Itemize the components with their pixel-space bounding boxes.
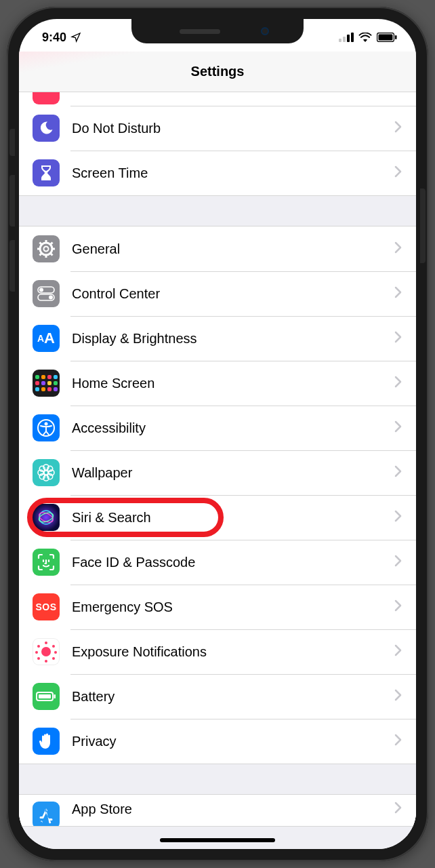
- svg-point-20: [49, 296, 53, 300]
- chevron-right-icon: [394, 555, 402, 570]
- screen: 9:40: [19, 19, 416, 849]
- chevron-right-icon: [394, 689, 402, 704]
- row-label: Siri & Search: [72, 510, 394, 526]
- volume-down-button: [9, 240, 15, 292]
- svg-rect-2: [347, 35, 350, 42]
- svg-line-13: [40, 243, 42, 245]
- volume-up-button: [9, 175, 15, 226]
- sounds-icon: [33, 92, 60, 104]
- chevron-right-icon: [394, 510, 402, 525]
- row-label: Privacy: [72, 734, 394, 749]
- row-label: Screen Time: [72, 165, 394, 181]
- svg-line-15: [51, 243, 53, 245]
- row-label: Battery: [72, 689, 394, 705]
- flower-icon: [33, 459, 60, 486]
- settings-row-display[interactable]: AA Display & Brightness: [19, 316, 416, 361]
- home-grid-icon: [33, 370, 60, 397]
- svg-point-33: [37, 511, 54, 524]
- chevron-right-icon: [394, 599, 402, 614]
- exposure-icon: [33, 638, 60, 665]
- mute-switch: [9, 129, 15, 156]
- appstore-icon: [33, 802, 60, 826]
- hourglass-icon: [33, 159, 60, 186]
- settings-row-appstore[interactable]: App Store: [19, 795, 416, 826]
- row-label: Wallpaper: [72, 465, 394, 481]
- faceid-icon: [33, 549, 60, 576]
- svg-point-18: [39, 288, 43, 292]
- settings-row-faceid[interactable]: Face ID & Passcode: [19, 540, 416, 585]
- svg-rect-38: [39, 694, 51, 698]
- row-label: Do Not Disturb: [72, 121, 394, 136]
- svg-point-23: [44, 471, 48, 475]
- nav-header: Settings: [19, 52, 416, 92]
- battery-icon: [377, 33, 397, 42]
- svg-rect-3: [351, 33, 354, 42]
- chevron-right-icon: [394, 376, 402, 391]
- svg-rect-0: [339, 39, 341, 42]
- svg-rect-39: [54, 694, 56, 698]
- settings-row-siri[interactable]: Siri & Search: [19, 495, 416, 540]
- battery-icon: [33, 683, 60, 710]
- svg-point-7: [40, 243, 52, 255]
- settings-row-sos[interactable]: SOS Emergency SOS: [19, 585, 416, 629]
- moon-icon: [33, 115, 60, 142]
- page-title: Settings: [191, 64, 245, 79]
- chevron-right-icon: [394, 286, 402, 301]
- svg-line-14: [51, 254, 53, 256]
- svg-point-8: [44, 247, 49, 252]
- power-button: [420, 189, 426, 263]
- row-label: Face ID & Passcode: [72, 555, 394, 570]
- accessibility-icon: [33, 414, 60, 441]
- settings-row-screentime[interactable]: Screen Time: [19, 151, 416, 195]
- settings-row-privacy[interactable]: Privacy: [19, 719, 416, 764]
- settings-row-exposure[interactable]: Exposure Notifications: [19, 629, 416, 674]
- settings-row-dnd[interactable]: Do Not Disturb: [19, 106, 416, 151]
- phone-frame: 9:40: [7, 7, 428, 861]
- row-label: Emergency SOS: [72, 599, 394, 615]
- row-label: Control Center: [72, 286, 394, 302]
- sos-icon: SOS: [33, 593, 60, 620]
- switches-icon: [33, 280, 60, 307]
- chevron-right-icon: [394, 420, 402, 435]
- chevron-right-icon: [394, 734, 402, 749]
- svg-point-22: [45, 422, 48, 426]
- settings-row-battery[interactable]: Battery: [19, 674, 416, 719]
- wifi-icon: [358, 33, 372, 42]
- row-label: Accessibility: [72, 420, 394, 436]
- row-label: Exposure Notifications: [72, 644, 394, 660]
- chevron-right-icon: [394, 465, 402, 480]
- row-label: Display & Brightness: [72, 331, 394, 347]
- svg-rect-5: [379, 35, 393, 41]
- svg-line-16: [40, 254, 42, 256]
- gear-icon: [33, 235, 60, 262]
- settings-row-home[interactable]: Home Screen: [19, 361, 416, 406]
- settings-row-clipped-top[interactable]: [19, 92, 416, 106]
- status-bar: 9:40: [19, 19, 416, 52]
- row-label: General: [72, 241, 394, 257]
- location-icon: [70, 32, 81, 43]
- status-time: 9:40: [42, 31, 66, 45]
- text-size-icon: AA: [33, 325, 60, 352]
- siri-icon: [33, 504, 60, 531]
- settings-row-general[interactable]: General: [19, 226, 416, 271]
- settings-row-control[interactable]: Control Center: [19, 271, 416, 316]
- chevron-right-icon: [394, 121, 402, 136]
- settings-row-access[interactable]: Accessibility: [19, 406, 416, 450]
- chevron-right-icon: [394, 331, 402, 346]
- home-indicator[interactable]: [160, 838, 275, 842]
- settings-row-wallpaper[interactable]: Wallpaper: [19, 450, 416, 495]
- svg-rect-1: [343, 37, 346, 42]
- row-label: Home Screen: [72, 376, 394, 391]
- cellular-icon: [339, 33, 354, 42]
- hand-icon: [33, 728, 60, 755]
- chevron-right-icon: [394, 241, 402, 256]
- settings-list[interactable]: Do Not Disturb Screen Time: [19, 92, 416, 849]
- chevron-right-icon: [394, 644, 402, 659]
- chevron-right-icon: [394, 802, 402, 816]
- row-label: App Store: [72, 802, 394, 817]
- svg-rect-6: [395, 35, 397, 39]
- chevron-right-icon: [394, 165, 402, 180]
